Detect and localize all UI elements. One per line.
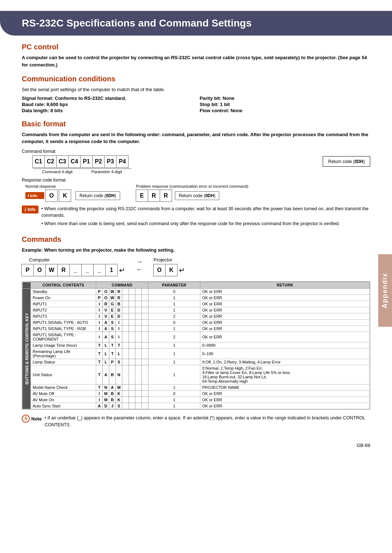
cmd-char xyxy=(135,397,142,403)
info-bullet-2: When more than one code is being sent, s… xyxy=(41,220,370,227)
cmd-char xyxy=(135,391,142,397)
cmd-char: T xyxy=(96,342,103,349)
param-signal-comp: 2 xyxy=(148,332,200,342)
cmd-char xyxy=(135,320,142,326)
info-italic-i: i xyxy=(28,193,29,198)
param-lamp-life: 1 xyxy=(148,349,200,359)
cmd-char: A xyxy=(103,365,109,385)
cmd-char: J xyxy=(109,403,116,409)
cmd-char xyxy=(122,397,129,403)
cmd-char xyxy=(129,307,135,313)
communication-conditions-section: Communication conditions Set the serial … xyxy=(22,75,370,113)
comm-conditions-grid: Signal format: Conforms to RS-232C stand… xyxy=(22,95,370,113)
cmd-char xyxy=(129,332,135,342)
cmd-char: T xyxy=(109,349,116,359)
control-signal-rgb: INPUT1 SIGNAL TYPE : RGB xyxy=(31,326,96,332)
appendix-tab: Appendix xyxy=(378,254,392,327)
resp-err-r2: R xyxy=(160,190,172,202)
note-text: • If an underbar (_) appears in the para… xyxy=(45,415,370,428)
control-unit-status: Unit Status xyxy=(31,365,96,385)
cmd-o: O xyxy=(33,264,46,276)
cmd-char xyxy=(122,320,129,326)
return-input1: OK or ERR xyxy=(200,301,370,307)
proj-o: O xyxy=(153,264,166,276)
cmd-char: D xyxy=(116,313,122,320)
resp-err-r1: R xyxy=(148,190,160,202)
control-av-mute-off: AV Mute Off xyxy=(31,391,96,397)
cmd-blank1: _ xyxy=(69,264,82,276)
cmd-char: I xyxy=(96,313,103,320)
cmd-char: T xyxy=(96,349,103,359)
cmd-char xyxy=(122,295,129,301)
table-row: Model Name Check T N A M 1 PROJECTOR NAM… xyxy=(23,385,370,391)
control-lamp-life: Remaining Lamp Life (Percentage) xyxy=(31,349,96,359)
cmd-char xyxy=(135,342,142,349)
cmd-char: T xyxy=(96,365,103,385)
cmd-char xyxy=(135,307,142,313)
cmd-char: I xyxy=(116,326,122,332)
command-table-wrapper: CONTROL CONTENTS COMMAND PARAMETER RETUR… xyxy=(22,281,370,410)
cmd-char: D xyxy=(116,307,122,313)
cmd-char xyxy=(135,365,142,385)
cmd-char: I xyxy=(96,391,103,397)
arrow-right-icon: → xyxy=(136,258,143,266)
cmd-char: E xyxy=(109,307,116,313)
cmd-char xyxy=(122,307,129,313)
th-return: RETURN xyxy=(200,282,370,289)
return-signal-rgb: OK or ERR xyxy=(200,326,370,332)
comm-field-5: Data length: 8 bits xyxy=(22,108,192,113)
param-lamp-status: 1 xyxy=(148,359,200,365)
command-format-label: Command format xyxy=(22,149,370,154)
enter-symbol-computer: ↵ xyxy=(119,266,125,275)
cmd-char: L xyxy=(116,349,122,359)
cmd-char: W xyxy=(109,289,116,295)
param-input1: 1 xyxy=(148,301,200,307)
cmd-char: B xyxy=(116,301,122,307)
info-i-icon: i xyxy=(25,207,26,212)
basic-format-section: Basic format Commands from the computer … xyxy=(22,120,370,202)
page-header: RS-232C Specifications and Command Setti… xyxy=(0,11,392,36)
comm-field-4: Stop bit: 1 bit xyxy=(200,102,370,107)
th-parameter: PARAMETER xyxy=(148,282,200,289)
info-bullet-1: When controlling the projector using RS-… xyxy=(41,206,370,219)
control-standby: Standby xyxy=(31,289,96,295)
cmd-char: S xyxy=(116,359,122,365)
cmd-char xyxy=(129,295,135,301)
control-input1: INPUT1 xyxy=(31,301,96,307)
page-num-gb: GB- xyxy=(356,443,365,448)
cmd-char: K xyxy=(116,397,122,403)
cmd-char xyxy=(135,301,142,307)
return-lamp-usage: 0–9999 xyxy=(200,342,370,349)
arrow-left-icon: ← xyxy=(136,266,143,273)
problem-response-label: Problem response (communication error or… xyxy=(136,184,248,188)
note-box: S Note • If an underbar (_) appears in t… xyxy=(22,415,370,428)
cmd-char xyxy=(129,326,135,332)
cmd-char: R xyxy=(116,289,122,295)
cmd-char: S xyxy=(116,403,122,409)
cmd-4digit-label: Command 4-digit xyxy=(33,168,82,174)
normal-response-label: Normal response xyxy=(25,184,56,188)
cmd-char xyxy=(142,307,148,313)
table-row: Lamp Status T L P S 1 0:Off, 1:On, 2:Ret… xyxy=(23,359,370,365)
th-command: COMMAND xyxy=(96,282,148,289)
cmd-char xyxy=(142,365,148,385)
comm-field-2: Parity bit: None xyxy=(200,95,370,101)
cmd-char xyxy=(135,403,142,409)
page: Appendix RS-232C Specifications and Comm… xyxy=(0,0,392,455)
control-model-name: Model Name Check xyxy=(31,385,96,391)
cmd-char xyxy=(135,313,142,320)
control-lamp-status: Lamp Status xyxy=(31,359,96,365)
cmd-char xyxy=(122,301,129,307)
cmd-char: L xyxy=(103,349,109,359)
cmd-char xyxy=(135,289,142,295)
cmd-blank2: _ xyxy=(81,264,94,276)
cmd-char: R xyxy=(116,295,122,301)
cmd-char xyxy=(142,320,148,326)
return-av-mute-off: OK or ERR xyxy=(200,391,370,397)
cmd-char xyxy=(142,359,148,365)
control-av-mute-on: AV Mute On xyxy=(31,397,96,403)
cmd-char: O xyxy=(103,295,109,301)
basic-format-heading: Basic format xyxy=(22,120,370,128)
param-poweron: 1 xyxy=(148,295,200,301)
cmd-char xyxy=(142,397,148,403)
